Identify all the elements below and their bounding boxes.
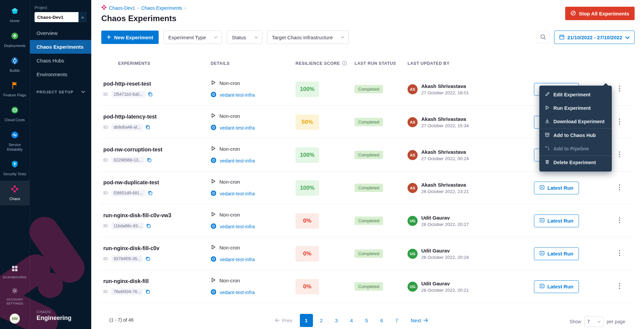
stop-all-label: Stop All Experiments [579, 11, 629, 16]
sidebar-item-chaos-hubs[interactable]: Chaos Hubs [30, 54, 91, 67]
experiment-id: 11bda88c-83... [111, 223, 144, 229]
menu-item-download-experiment[interactable]: Download Experiment [539, 115, 612, 128]
latest-run-button[interactable]: Latest Run [534, 182, 579, 194]
copy-icon[interactable] [146, 223, 151, 228]
row-menu-button[interactable] [615, 116, 624, 128]
table-row[interactable]: run-nginx-disk-fill-c0v ID: 93784f05-35.… [99, 237, 635, 270]
info-icon[interactable] [342, 61, 347, 66]
page-button-2[interactable]: 2 [315, 314, 328, 327]
infrastructure-icon [211, 223, 216, 230]
menu-item-run-experiment[interactable]: Run Experiment [539, 101, 612, 115]
latest-run-button[interactable]: Latest Run [534, 215, 579, 227]
page-button-5[interactable]: 5 [360, 314, 373, 327]
experiment-name: pod-http-latency-test [103, 114, 211, 120]
date-range-picker[interactable]: 21/10/2022 - 27/10/2022 [554, 31, 635, 44]
rail-item-home[interactable]: Home [0, 3, 30, 28]
menu-item-add-to-chaos-hub[interactable]: Add to Chaos Hub [539, 129, 612, 142]
rail-item-label: Deployments [4, 44, 25, 48]
breadcrumb-project-link[interactable]: Chaos-Dev1 [109, 5, 135, 11]
date-range-label: 21/10/2022 - 27/10/2022 [568, 35, 622, 40]
rail-item-label: Feature Flags [3, 93, 26, 98]
infrastructure-link[interactable]: vedant-test-infra [220, 224, 255, 229]
rail-item-deployments[interactable]: Deployments [0, 28, 30, 52]
user-name: Udit Gaurav [421, 215, 469, 221]
copy-icon[interactable] [145, 256, 150, 261]
rail-item-cloud-costs[interactable]: Cloud Costs [0, 102, 30, 127]
resilience-score-badge: 0% [296, 279, 319, 294]
page-button-6[interactable]: 6 [375, 314, 388, 327]
table-row[interactable]: run-nginx-disk-fill-c0v-vw3 ID: 11bda88c… [99, 204, 635, 237]
rail-item-chaos[interactable]: Chaos [0, 181, 30, 205]
experiment-type-filter[interactable]: Experiment Type [163, 31, 222, 44]
rail-item-account-settings[interactable]: ACCOUNT SETTINGS [0, 283, 30, 310]
menu-item-edit-experiment[interactable]: Edit Experiment [539, 88, 612, 101]
row-menu-button[interactable] [615, 215, 624, 227]
row-menu-button[interactable] [615, 281, 624, 292]
table-row[interactable]: run-nginx-disk-fill ID: 76e8f434-76... N… [99, 270, 635, 303]
search-button[interactable] [537, 31, 549, 44]
row-menu-button[interactable] [615, 84, 624, 95]
avatar: AS [408, 84, 418, 94]
infrastructure-link[interactable]: vedant-test-infra [220, 158, 255, 163]
double-chevron-icon[interactable]: » [78, 12, 87, 22]
page-button-4[interactable]: 4 [345, 314, 358, 327]
latest-run-button[interactable]: Latest Run [534, 247, 579, 260]
chaos-breadcrumb-icon [101, 5, 107, 11]
copy-icon[interactable] [147, 157, 152, 162]
row-menu-button[interactable] [615, 182, 624, 194]
experiment-id: f26651d9-681... [111, 190, 146, 196]
calendar-icon [559, 34, 565, 41]
prev-page-button[interactable]: Prev [272, 314, 295, 327]
play-icon [211, 244, 216, 251]
project-picker[interactable]: Chaos-Dev1 » [35, 12, 87, 22]
project-setup-toggle[interactable]: PROJECT SETUP [30, 90, 91, 94]
gear-icon [12, 288, 18, 295]
infrastructure-link[interactable]: vedant-test-infra [220, 191, 255, 196]
copy-icon[interactable] [148, 92, 153, 97]
updated-date: 27 October 2022, 16:01 [421, 90, 469, 95]
trash-icon [545, 159, 550, 166]
schedule-type: Non-cron [219, 80, 240, 86]
rail-item-builds[interactable]: Builds [0, 52, 30, 77]
breadcrumb-experiments-link[interactable]: Chaos Experiments [141, 5, 182, 11]
module-name: Engineering [37, 315, 85, 322]
rail-item-label: ACCOUNT SETTINGS [1, 297, 28, 306]
rail-item-feature-flags[interactable]: Feature Flags [0, 77, 30, 102]
rail-item-label: Home [10, 19, 19, 23]
infrastructure-link[interactable]: vedant-test-infra [220, 290, 255, 295]
page-button-3[interactable]: 3 [330, 314, 343, 327]
rail-item-security-tests[interactable]: Security Tests [0, 156, 30, 181]
row-menu-button[interactable] [615, 248, 624, 260]
next-page-button[interactable]: Next [408, 314, 431, 327]
status-filter[interactable]: Status [227, 31, 262, 44]
table-row[interactable]: pod-nw-duplicate-test ID: f26651d9-681..… [99, 172, 635, 204]
plus-icon [107, 35, 111, 40]
target-infrastructure-filter[interactable]: Target Chaos Infrastructure [267, 31, 349, 44]
per-page-select[interactable]: 7 [584, 316, 604, 327]
sidebar-item-overview[interactable]: Overview [30, 26, 91, 40]
status-badge: Completed [355, 118, 383, 126]
kebab-icon [619, 184, 620, 191]
row-menu-button[interactable] [615, 149, 624, 161]
latest-run-button[interactable]: Latest Run [534, 280, 579, 293]
copy-icon[interactable] [145, 289, 150, 294]
updated-date: 26 October 2022, 20:24 [421, 255, 469, 260]
sidebar-item-environments[interactable]: Environments [30, 67, 91, 81]
hub-icon [545, 132, 550, 138]
resilience-score-badge: 100% [296, 147, 319, 163]
new-experiment-button[interactable]: New Experiment [101, 31, 159, 44]
infrastructure-link[interactable]: vedant-test-infra [220, 125, 255, 131]
copy-icon[interactable] [148, 190, 153, 195]
infrastructure-link[interactable]: vedant-test-infra [220, 257, 255, 262]
infrastructure-link[interactable]: vedant-test-infra [220, 92, 255, 98]
menu-item-delete-experiment[interactable]: Delete Experiment [539, 156, 612, 169]
updated-date: 26 October 2022, 20:27 [421, 222, 469, 227]
sidebar-item-chaos-experiments[interactable]: Chaos Experiments [30, 40, 91, 54]
page-button-7[interactable]: 7 [390, 314, 404, 327]
copy-icon[interactable] [145, 125, 150, 130]
user-avatar[interactable]: NM [10, 314, 20, 324]
rail-item-service-reliability[interactable]: Service Reliability [0, 127, 30, 156]
page-button-1[interactable]: 1 [300, 314, 313, 327]
rail-item-dashboards[interactable]: DASHBOARDS [0, 261, 30, 283]
stop-all-experiments-button[interactable]: Stop All Experiments [565, 7, 635, 20]
